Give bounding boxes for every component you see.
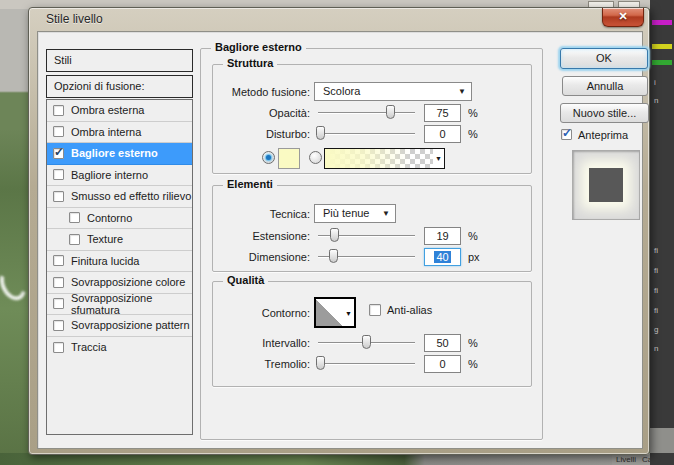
list-item-ombra-esterna[interactable]: Ombra esterna — [47, 100, 192, 122]
spread-slider[interactable] — [318, 227, 415, 244]
jitter-input[interactable]: 0 — [424, 355, 461, 373]
list-item-label: Finitura lucida — [71, 255, 139, 267]
list-item-label: Bagliore interno — [71, 169, 148, 181]
list-item-smusso-rilievo[interactable]: Smusso ed effetto rilievo — [47, 186, 192, 208]
blend-mode-select[interactable]: Scolora ▼ — [314, 82, 472, 101]
checkbox[interactable] — [53, 277, 64, 288]
range-slider-thumb[interactable] — [362, 335, 371, 349]
chevron-down-icon: ▼ — [458, 87, 466, 96]
opacity-slider[interactable] — [318, 104, 415, 121]
list-item-contorno[interactable]: Contorno — [47, 208, 192, 230]
checkbox[interactable] — [69, 234, 80, 245]
checkbox[interactable] — [53, 105, 64, 116]
checkbox[interactable] — [53, 169, 64, 180]
checkbox[interactable] — [53, 255, 64, 266]
size-slider-thumb[interactable] — [329, 249, 338, 263]
checkbox[interactable] — [69, 212, 80, 223]
blending-options-item[interactable]: Opzioni di fusione: Predefinite — [46, 75, 193, 98]
dialog-titlebar[interactable]: Stile livello ✕ — [29, 8, 649, 31]
panel-text-fragment: fi — [654, 306, 658, 315]
contour-label: Contorno: — [214, 304, 310, 322]
styles-header-label: Stili — [54, 54, 72, 66]
preview-label: Anteprima — [578, 128, 628, 142]
size-unit: px — [468, 248, 480, 266]
chevron-down-icon: ▼ — [435, 155, 442, 162]
list-item-label: Sovrapposizione sfumatura — [71, 292, 192, 316]
range-input[interactable]: 50 — [424, 334, 461, 352]
checkbox[interactable] — [53, 191, 64, 202]
noise-unit: % — [468, 125, 478, 143]
checkbox-checked[interactable]: ✓ — [53, 148, 64, 159]
list-item-traccia[interactable]: Traccia — [47, 337, 192, 359]
jitter-unit: % — [468, 355, 478, 373]
list-item-label: Ombra interna — [71, 126, 141, 138]
layer-style-dialog: Stile livello ✕ Stili Opzioni di fusione… — [28, 7, 650, 455]
spread-unit: % — [468, 227, 478, 245]
opacity-slider-thumb[interactable] — [386, 105, 395, 119]
spread-value: 19 — [436, 230, 448, 242]
list-item-sovrapposizione-sfumatura[interactable]: Sovrapposizione sfumatura — [47, 294, 192, 316]
list-item-finitura-lucida[interactable]: Finitura lucida — [47, 251, 192, 273]
checkbox[interactable] — [53, 298, 64, 309]
checkbox[interactable] — [53, 342, 64, 353]
list-item-label: Sovrapposizione pattern — [71, 319, 190, 331]
panel-text-fragment: i — [654, 78, 656, 87]
panel-text-fragment: fi — [654, 246, 658, 255]
list-item-sovrapposizione-colore[interactable]: Sovrapposizione colore — [47, 272, 192, 294]
styles-header[interactable]: Stili — [46, 49, 193, 72]
gradient-picker-arrow[interactable]: ▼ — [433, 148, 445, 169]
panel-light-band — [650, 428, 674, 453]
color-radio[interactable] — [262, 151, 275, 164]
jitter-value: 0 — [439, 358, 445, 370]
range-label: Intervallo: — [214, 334, 310, 352]
background-photo-left — [0, 9, 29, 457]
list-item-label: Texture — [87, 233, 123, 245]
slider-track — [318, 112, 415, 113]
technique-select[interactable]: Più tenue ▼ — [314, 204, 396, 223]
size-input[interactable]: 40 — [424, 248, 461, 266]
list-item-bagliore-interno[interactable]: Bagliore interno — [47, 165, 192, 187]
new-style-button-label: Nuovo stile... — [573, 107, 637, 119]
contour-picker[interactable]: ▼ — [314, 297, 356, 328]
antialias-label: Anti-alias — [387, 303, 432, 317]
slider-track — [318, 363, 415, 364]
range-unit: % — [468, 334, 478, 352]
jitter-slider[interactable] — [318, 355, 415, 372]
opacity-input[interactable]: 75 — [424, 104, 461, 122]
spread-slider-thumb[interactable] — [330, 228, 339, 242]
opacity-label: Opacità: — [214, 104, 310, 122]
layers-tab-label[interactable]: Livelli — [616, 455, 636, 464]
blend-mode-value: Scolora — [323, 83, 471, 100]
opacity-unit: % — [468, 104, 478, 122]
list-item-texture[interactable]: Texture — [47, 229, 192, 251]
preview-checkbox[interactable]: ✓ — [561, 129, 572, 140]
cancel-button[interactable]: Annulla — [562, 76, 648, 96]
slider-track — [318, 133, 415, 134]
list-item-bagliore-esterno[interactable]: ✓ Bagliore esterno — [47, 143, 192, 165]
quality-group-title: Qualità — [223, 274, 268, 286]
range-slider[interactable] — [318, 334, 415, 351]
blend-mode-label: Metodo fusione: — [214, 83, 310, 101]
ok-button[interactable]: OK — [560, 48, 648, 69]
checkbox[interactable] — [53, 126, 64, 137]
glow-color-swatch[interactable] — [278, 148, 300, 169]
checkbox[interactable] — [53, 320, 64, 331]
gradient-radio[interactable] — [309, 151, 322, 164]
spread-input[interactable]: 19 — [424, 227, 461, 245]
list-item-ombra-interna[interactable]: Ombra interna — [47, 122, 192, 144]
jitter-slider-thumb[interactable] — [316, 356, 325, 370]
outer-glow-group-title: Bagliore esterno — [211, 41, 306, 53]
size-slider[interactable] — [318, 248, 415, 265]
opacity-value: 75 — [436, 107, 448, 119]
close-button[interactable]: ✕ — [602, 8, 644, 27]
new-style-button[interactable]: Nuovo stile... — [560, 103, 649, 123]
gradient-swatch[interactable] — [324, 148, 434, 169]
noise-slider-thumb[interactable] — [316, 126, 325, 140]
check-icon: ✓ — [54, 145, 64, 159]
antialias-checkbox[interactable] — [369, 304, 381, 316]
noise-input[interactable]: 0 — [424, 125, 461, 143]
chevron-down-icon: ▼ — [382, 209, 390, 218]
list-item-sovrapposizione-pattern[interactable]: Sovrapposizione pattern — [47, 315, 192, 337]
noise-slider[interactable] — [318, 125, 415, 142]
dialog-title: Stile livello — [46, 12, 103, 26]
